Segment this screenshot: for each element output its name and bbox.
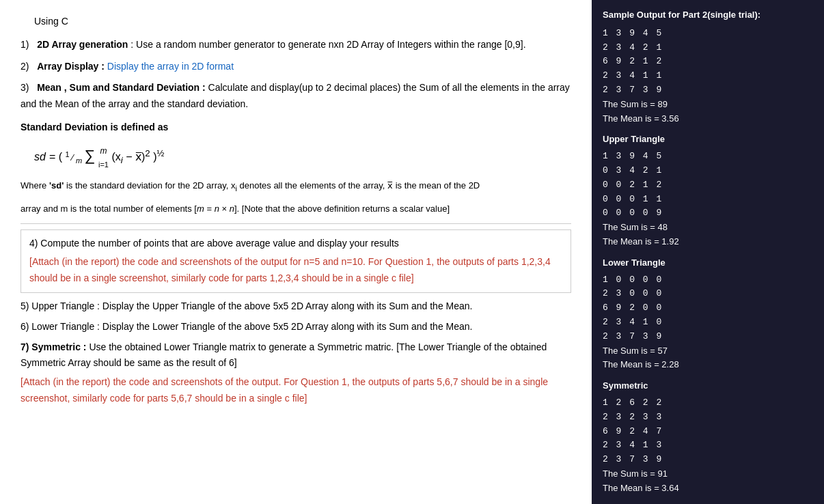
- item7-text: 7) Symmetric : Use the obtained Lower Tr…: [20, 339, 571, 372]
- formula-block: sd = ( 1 ⁄ m ∑ m i=1 (xi − x̅)2 )½: [34, 143, 571, 171]
- line-3-2: 6 9 2 4 7: [603, 425, 813, 439]
- item2-text-blue: Display the array in 2D format: [107, 61, 234, 72]
- using-c-text: Using C: [20, 14, 571, 30]
- line-0-0: 1 3 9 4 5: [603, 27, 813, 41]
- section-1: Upper Triangle 1 3 9 4 5 0 3 4 2 1 0 0 2…: [603, 132, 813, 249]
- item1-number: 1): [20, 39, 34, 50]
- section-0-sum: The Sum is = 89: [603, 98, 813, 112]
- item4-block: 4) Compute the number of points that are…: [20, 229, 571, 293]
- line-2-1: 2 3 0 0 0: [603, 287, 813, 301]
- formula-expr: ( 1 ⁄ m ∑ m i=1 (xi − x̅)2 )½: [59, 151, 165, 163]
- formula-sd: sd: [34, 151, 46, 163]
- section-2: Lower Triangle 1 0 0 0 0 2 3 0 0 0 6 9 2…: [603, 256, 813, 372]
- section-0-mean: The Mean is = 3.56: [603, 112, 813, 126]
- formula-equals: =: [49, 151, 59, 163]
- section-3: Symmetric 1 2 6 2 2 2 3 2 3 3 6 9 2 4 7 …: [603, 379, 813, 495]
- divider: [20, 223, 571, 224]
- section-3-mean: The Mean is = 3.64: [603, 481, 813, 496]
- item7-body: Use the obtained Lower Triangle matrix t…: [20, 341, 547, 369]
- item7-bold: 7) Symmetric :: [20, 341, 86, 352]
- item4-text: 4) Compute the number of points that are…: [29, 236, 562, 252]
- section-1-mean: The Mean is = 1.92: [603, 235, 813, 249]
- item2-number: 2): [20, 61, 34, 72]
- item6-text: 6) Lower Triangle : Display the Lower Tr…: [20, 319, 571, 335]
- right-header-title: Sample Output for Part 2(single trial):: [603, 8, 813, 23]
- section-2-lines: 1 0 0 0 0 2 3 0 0 0 6 9 2 0 0 2 3 4 1 0 …: [603, 273, 813, 344]
- item4-red: [Attach (in the report) the code and scr…: [29, 254, 562, 287]
- line-1-3: 0 0 0 1 1: [603, 193, 813, 207]
- section-1-lines: 1 3 9 4 5 0 3 4 2 1 0 0 2 1 2 0 0 0 1 1 …: [603, 150, 813, 221]
- section-2-title: Lower Triangle: [603, 256, 813, 270]
- line-3-1: 2 3 2 3 3: [603, 410, 813, 425]
- sd-label: Standard Deviation is defined as: [20, 120, 571, 136]
- line-0-3: 2 3 4 1 1: [603, 69, 813, 83]
- item3-number: 3): [20, 82, 34, 93]
- right-panel: Sample Output for Part 2(single trial): …: [592, 0, 824, 504]
- line-0-4: 2 3 7 3 9: [603, 83, 813, 98]
- line-1-4: 0 0 0 0 9: [603, 206, 813, 221]
- section-1-title: Upper Triangle: [603, 132, 813, 147]
- item3-bold: Mean , Sum and Standard Deviation :: [37, 82, 206, 93]
- section-2-sum: The Sum is = 57: [603, 344, 813, 359]
- item1-text: : Use a random number generator to gener…: [131, 39, 525, 50]
- formula-note2: array and m is the total number of eleme…: [20, 201, 571, 216]
- item5-text: 5) Upper Triangle : Display the Upper Tr…: [20, 298, 571, 315]
- section-3-lines: 1 2 6 2 2 2 3 2 3 3 6 9 2 4 7 2 3 4 1 3 …: [603, 396, 813, 467]
- line-1-2: 0 0 2 1 2: [603, 178, 813, 193]
- section-3-title: Symmetric: [603, 379, 813, 393]
- item1-bold: 2D Array generation: [37, 39, 128, 50]
- line-1-0: 1 3 9 4 5: [603, 150, 813, 164]
- left-panel: Using C 1) 2D Array generation : Use a r…: [0, 0, 592, 504]
- item2-bold: Array Display :: [37, 61, 105, 72]
- section-0: 1 3 9 4 5 2 3 4 2 1 6 9 2 1 2 2 3 4 1 1 …: [603, 27, 813, 126]
- section-0-lines: 1 3 9 4 5 2 3 4 2 1 6 9 2 1 2 2 3 4 1 1 …: [603, 27, 813, 98]
- line-3-3: 2 3 4 1 3: [603, 438, 813, 453]
- list-item-1: 1) 2D Array generation : Use a random nu…: [20, 37, 571, 53]
- list-item-3: 3) Mean , Sum and Standard Deviation : C…: [20, 80, 571, 113]
- line-3-0: 1 2 6 2 2: [603, 396, 813, 410]
- line-3-4: 2 3 7 3 9: [603, 453, 813, 467]
- section-3-sum: The Sum is = 91: [603, 467, 813, 481]
- line-2-2: 6 9 2 0 0: [603, 301, 813, 316]
- line-2-4: 2 3 7 3 9: [603, 330, 813, 344]
- line-2-3: 2 3 4 1 0: [603, 316, 813, 330]
- section-1-sum: The Sum is = 48: [603, 221, 813, 235]
- line-2-0: 1 0 0 0 0: [603, 273, 813, 288]
- item7-red: [Attach (in the report) the code and scr…: [20, 374, 571, 407]
- line-1-1: 0 3 4 2 1: [603, 164, 813, 178]
- section-2-mean: The Mean is = 2.28: [603, 358, 813, 372]
- formula-note-text1: Where 'sd' is the standard deviation for…: [20, 180, 480, 191]
- line-0-2: 6 9 2 1 2: [603, 55, 813, 69]
- list-item-2: 2) Array Display : Display the array in …: [20, 59, 571, 75]
- line-0-1: 2 3 4 2 1: [603, 41, 813, 55]
- formula-note: Where 'sd' is the standard deviation for…: [20, 178, 571, 195]
